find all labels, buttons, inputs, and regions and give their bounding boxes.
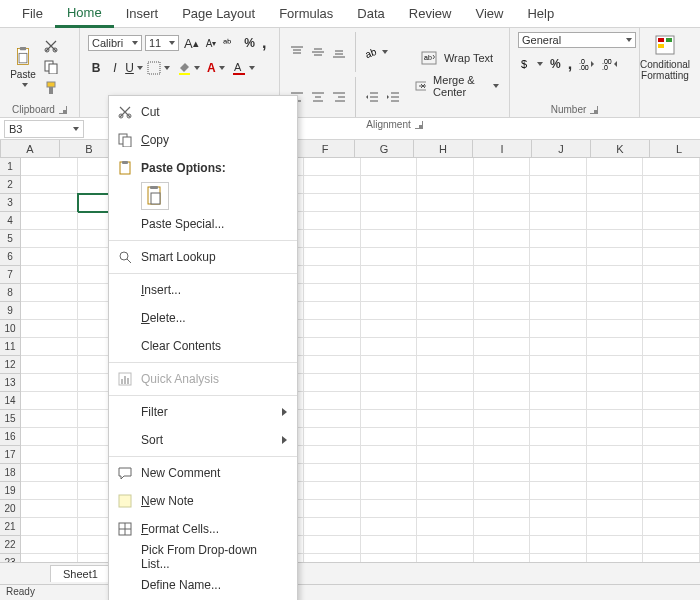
cell[interactable] xyxy=(361,320,418,338)
cell[interactable] xyxy=(361,356,418,374)
cell[interactable] xyxy=(361,482,418,500)
cell[interactable] xyxy=(21,212,78,230)
tab-review[interactable]: Review xyxy=(397,1,464,26)
cell[interactable] xyxy=(304,374,361,392)
cell[interactable] xyxy=(643,356,700,374)
cell[interactable] xyxy=(21,194,78,212)
cell[interactable] xyxy=(587,428,644,446)
decrease-decimal-button[interactable]: .00.0 xyxy=(600,55,620,73)
cell[interactable] xyxy=(587,536,644,554)
cell[interactable] xyxy=(643,212,700,230)
cell[interactable] xyxy=(304,230,361,248)
sheet-tab[interactable]: Sheet1 xyxy=(50,565,111,582)
percent-button[interactable]: % xyxy=(242,34,257,52)
copy-button[interactable] xyxy=(42,58,60,76)
cell[interactable] xyxy=(21,230,78,248)
cell[interactable] xyxy=(417,158,474,176)
cell[interactable] xyxy=(474,212,531,230)
ctx-pick-list[interactable]: Pick From Drop-down List... xyxy=(109,543,297,571)
cell[interactable] xyxy=(587,500,644,518)
cell[interactable] xyxy=(361,500,418,518)
row-header[interactable]: 21 xyxy=(0,518,21,536)
ctx-sort[interactable]: Sort xyxy=(109,426,297,454)
cell[interactable] xyxy=(530,356,587,374)
cell[interactable] xyxy=(21,320,78,338)
cell[interactable] xyxy=(530,374,587,392)
font-name-select[interactable]: Calibri xyxy=(88,35,142,51)
underline-button[interactable]: U xyxy=(126,59,142,77)
cell[interactable] xyxy=(361,248,418,266)
row-header[interactable]: 17 xyxy=(0,446,21,464)
cell[interactable] xyxy=(474,230,531,248)
cell[interactable] xyxy=(587,302,644,320)
format-painter-button[interactable] xyxy=(42,79,60,97)
cell[interactable] xyxy=(474,392,531,410)
column-header[interactable]: K xyxy=(591,140,650,158)
cell[interactable] xyxy=(21,302,78,320)
cell[interactable] xyxy=(643,482,700,500)
cell[interactable] xyxy=(417,230,474,248)
conditional-formatting-button[interactable]: Conditional Formatting xyxy=(648,32,682,83)
ctx-smart-lookup[interactable]: Smart Lookup xyxy=(109,243,297,271)
cell[interactable] xyxy=(304,536,361,554)
cell[interactable] xyxy=(21,536,78,554)
row-header[interactable]: 22 xyxy=(0,536,21,554)
cell[interactable] xyxy=(474,536,531,554)
cell[interactable] xyxy=(417,482,474,500)
cell[interactable] xyxy=(304,248,361,266)
cell[interactable] xyxy=(417,536,474,554)
cell[interactable] xyxy=(643,230,700,248)
indent-increase-button[interactable] xyxy=(384,88,402,106)
cell[interactable] xyxy=(530,302,587,320)
comma-button[interactable]: , xyxy=(260,32,268,54)
row-header[interactable]: 20 xyxy=(0,500,21,518)
cell[interactable] xyxy=(643,446,700,464)
tab-file[interactable]: File xyxy=(10,1,55,26)
cell[interactable] xyxy=(530,194,587,212)
cell[interactable] xyxy=(417,374,474,392)
column-header[interactable]: I xyxy=(473,140,532,158)
cell[interactable] xyxy=(361,302,418,320)
cell[interactable] xyxy=(643,410,700,428)
cell[interactable] xyxy=(21,392,78,410)
cell[interactable] xyxy=(643,428,700,446)
cell[interactable] xyxy=(530,176,587,194)
cell[interactable] xyxy=(361,158,418,176)
cell[interactable] xyxy=(361,464,418,482)
cell[interactable] xyxy=(643,302,700,320)
cell[interactable] xyxy=(417,392,474,410)
cell[interactable] xyxy=(643,392,700,410)
alignment-launcher[interactable] xyxy=(415,121,423,129)
cell[interactable] xyxy=(643,266,700,284)
cell[interactable] xyxy=(474,320,531,338)
cell[interactable] xyxy=(643,320,700,338)
cell[interactable] xyxy=(361,212,418,230)
name-box[interactable]: B3 xyxy=(4,120,84,138)
cell[interactable] xyxy=(21,410,78,428)
cell[interactable] xyxy=(474,410,531,428)
cell[interactable] xyxy=(587,248,644,266)
cell[interactable] xyxy=(304,194,361,212)
cell[interactable] xyxy=(474,374,531,392)
cell[interactable] xyxy=(643,158,700,176)
cell[interactable] xyxy=(587,194,644,212)
cell[interactable] xyxy=(587,464,644,482)
cell[interactable] xyxy=(530,158,587,176)
row-header[interactable]: 5 xyxy=(0,230,21,248)
cell[interactable] xyxy=(474,338,531,356)
align-bottom-button[interactable] xyxy=(330,43,348,61)
cut-button[interactable] xyxy=(42,37,60,55)
cell[interactable] xyxy=(587,446,644,464)
cell[interactable] xyxy=(417,284,474,302)
cell[interactable] xyxy=(417,248,474,266)
cell[interactable] xyxy=(21,266,78,284)
paste-button[interactable]: Paste xyxy=(8,45,38,89)
cell[interactable] xyxy=(530,446,587,464)
cell[interactable] xyxy=(530,536,587,554)
cell[interactable] xyxy=(361,176,418,194)
border-button[interactable] xyxy=(145,59,172,77)
ctx-paste-option-default[interactable] xyxy=(141,182,169,210)
clipboard-launcher[interactable] xyxy=(59,106,67,114)
orientation-button[interactable]: ab xyxy=(363,43,390,61)
cell[interactable] xyxy=(643,518,700,536)
